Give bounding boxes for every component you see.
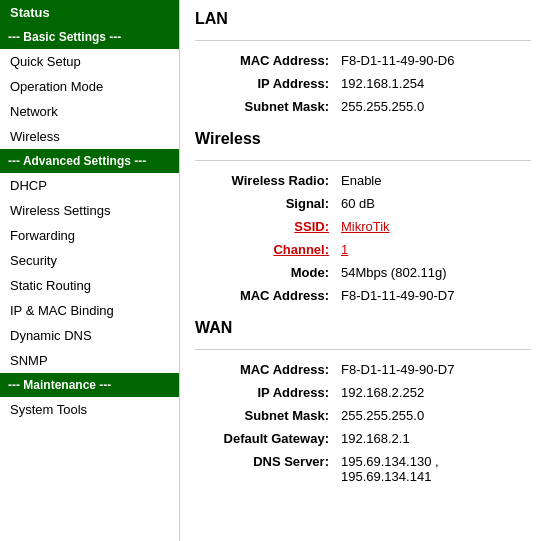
wireless-channel-value: 1	[335, 238, 531, 261]
sidebar-item-quick-setup[interactable]: Quick Setup	[0, 49, 179, 74]
sidebar-item-snmp[interactable]: SNMP	[0, 348, 179, 373]
sidebar-item-wireless-settings[interactable]: Wireless Settings	[0, 198, 179, 223]
sidebar-section-advanced: --- Advanced Settings ---	[0, 149, 179, 173]
sidebar-item-system-tools[interactable]: System Tools	[0, 397, 179, 422]
channel-link[interactable]: Channel:	[273, 242, 329, 257]
sidebar-item-wireless[interactable]: Wireless	[0, 124, 179, 149]
wan-dns-label: DNS Server:	[195, 450, 335, 488]
sidebar-item-static-routing[interactable]: Static Routing	[0, 273, 179, 298]
wireless-divider	[195, 160, 531, 161]
sidebar: Status --- Basic Settings --- Quick Setu…	[0, 0, 180, 541]
wireless-mac-value: F8-D1-11-49-90-D7	[335, 284, 531, 307]
wan-ip-value: 192.168.2.252	[335, 381, 531, 404]
wan-table: MAC Address: F8-D1-11-49-90-D7 IP Addres…	[195, 358, 531, 488]
table-row: IP Address: 192.168.1.254	[195, 72, 531, 95]
lan-section: LAN MAC Address: F8-D1-11-49-90-D6 IP Ad…	[195, 10, 531, 118]
wireless-signal-value: 60 dB	[335, 192, 531, 215]
sidebar-item-dhcp[interactable]: DHCP	[0, 173, 179, 198]
wireless-title: Wireless	[195, 130, 531, 152]
table-row: MAC Address: F8-D1-11-49-90-D6	[195, 49, 531, 72]
table-row: MAC Address: F8-D1-11-49-90-D7	[195, 284, 531, 307]
wan-divider	[195, 349, 531, 350]
sidebar-item-operation-mode[interactable]: Operation Mode	[0, 74, 179, 99]
table-row: DNS Server: 195.69.134.130 , 195.69.134.…	[195, 450, 531, 488]
wan-gateway-value: 192.168.2.1	[335, 427, 531, 450]
lan-ip-label: IP Address:	[195, 72, 335, 95]
table-row: Mode: 54Mbps (802.11g)	[195, 261, 531, 284]
wan-subnet-label: Subnet Mask:	[195, 404, 335, 427]
wireless-channel-label: Channel:	[195, 238, 335, 261]
sidebar-item-dynamic-dns[interactable]: Dynamic DNS	[0, 323, 179, 348]
sidebar-item-security[interactable]: Security	[0, 248, 179, 273]
wireless-signal-label: Signal:	[195, 192, 335, 215]
wan-gateway-label: Default Gateway:	[195, 427, 335, 450]
sidebar-section-maintenance: --- Maintenance ---	[0, 373, 179, 397]
wan-subnet-value: 255.255.255.0	[335, 404, 531, 427]
wireless-ssid-value: MikroTik	[335, 215, 531, 238]
table-row: MAC Address: F8-D1-11-49-90-D7	[195, 358, 531, 381]
main-content: LAN MAC Address: F8-D1-11-49-90-D6 IP Ad…	[180, 0, 546, 541]
sidebar-item-status[interactable]: Status	[0, 0, 179, 25]
table-row: Wireless Radio: Enable	[195, 169, 531, 192]
sidebar-item-ip-mac-binding[interactable]: IP & MAC Binding	[0, 298, 179, 323]
sidebar-item-network[interactable]: Network	[0, 99, 179, 124]
table-row: Subnet Mask: 255.255.255.0	[195, 404, 531, 427]
table-row: Default Gateway: 192.168.2.1	[195, 427, 531, 450]
wireless-mode-label: Mode:	[195, 261, 335, 284]
wireless-radio-value: Enable	[335, 169, 531, 192]
table-row: Channel: 1	[195, 238, 531, 261]
table-row: Subnet Mask: 255.255.255.0	[195, 95, 531, 118]
lan-title: LAN	[195, 10, 531, 32]
wireless-section: Wireless Wireless Radio: Enable Signal: …	[195, 130, 531, 307]
table-row: IP Address: 192.168.2.252	[195, 381, 531, 404]
channel-value-link[interactable]: 1	[341, 242, 348, 257]
wireless-mac-label: MAC Address:	[195, 284, 335, 307]
lan-ip-value: 192.168.1.254	[335, 72, 531, 95]
lan-table: MAC Address: F8-D1-11-49-90-D6 IP Addres…	[195, 49, 531, 118]
table-row: SSID: MikroTik	[195, 215, 531, 238]
sidebar-section-basic: --- Basic Settings ---	[0, 25, 179, 49]
wan-mac-label: MAC Address:	[195, 358, 335, 381]
wireless-mode-value: 54Mbps (802.11g)	[335, 261, 531, 284]
lan-mac-label: MAC Address:	[195, 49, 335, 72]
wan-ip-label: IP Address:	[195, 381, 335, 404]
ssid-value-link[interactable]: MikroTik	[341, 219, 390, 234]
sidebar-item-forwarding[interactable]: Forwarding	[0, 223, 179, 248]
wan-title: WAN	[195, 319, 531, 341]
wireless-ssid-label: SSID:	[195, 215, 335, 238]
wireless-table: Wireless Radio: Enable Signal: 60 dB SSI…	[195, 169, 531, 307]
wan-dns-value: 195.69.134.130 , 195.69.134.141	[335, 450, 531, 488]
table-row: Signal: 60 dB	[195, 192, 531, 215]
lan-subnet-value: 255.255.255.0	[335, 95, 531, 118]
lan-divider	[195, 40, 531, 41]
lan-subnet-label: Subnet Mask:	[195, 95, 335, 118]
ssid-link[interactable]: SSID:	[294, 219, 329, 234]
wireless-radio-label: Wireless Radio:	[195, 169, 335, 192]
lan-mac-value: F8-D1-11-49-90-D6	[335, 49, 531, 72]
wan-mac-value: F8-D1-11-49-90-D7	[335, 358, 531, 381]
wan-section: WAN MAC Address: F8-D1-11-49-90-D7 IP Ad…	[195, 319, 531, 488]
